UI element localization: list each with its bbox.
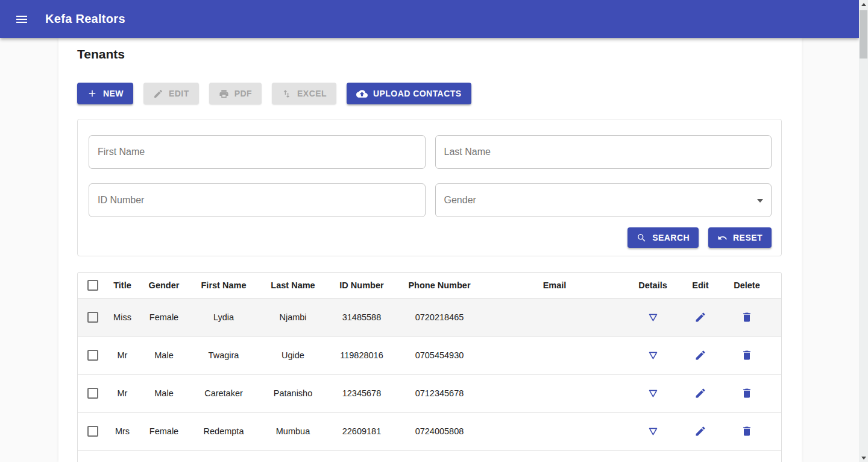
cell-phone: 0720218465 — [395, 312, 484, 322]
edit-row-button[interactable] — [690, 383, 711, 403]
cell-id-number: 22609181 — [329, 426, 395, 436]
plus-icon — [87, 88, 98, 99]
cell-first-name: Twagira — [190, 350, 257, 360]
undo-icon — [717, 233, 728, 243]
col-id-number: ID Number — [329, 280, 395, 290]
cell-first-name: Lydia — [190, 312, 257, 322]
upload-contacts-button-label: UPLOAD CONTACTS — [373, 89, 461, 98]
first-name-field-wrap — [89, 135, 426, 169]
col-first-name: First Name — [190, 280, 257, 290]
cell-first-name: Caretaker — [190, 388, 257, 398]
scroll-up-icon — [861, 3, 866, 6]
table-header-row: Title Gender First Name Last Name ID Num… — [78, 273, 781, 299]
col-edit: Edit — [681, 280, 720, 290]
reset-button[interactable]: RESET — [708, 227, 772, 248]
col-gender: Gender — [138, 280, 190, 290]
reset-button-label: RESET — [733, 233, 763, 242]
last-name-input[interactable] — [436, 136, 772, 168]
new-button[interactable]: NEW — [77, 83, 133, 104]
hamburger-icon — [14, 12, 29, 27]
edit-row-button[interactable] — [690, 307, 711, 328]
table-row: Miss Female Lydia Njambi 31485588 072021… — [78, 299, 781, 337]
tenants-table: Title Gender First Name Last Name ID Num… — [77, 272, 782, 462]
cloud-upload-icon — [356, 88, 368, 100]
cell-title: Mrs — [107, 426, 138, 436]
new-button-label: NEW — [103, 89, 124, 98]
cell-phone: 0712345678 — [395, 388, 484, 398]
search-button[interactable]: SEARCH — [627, 227, 699, 248]
cell-last-name: Patanisho — [257, 388, 329, 398]
edit-button-label: EDIT — [169, 89, 189, 98]
table-row: Mr Male Caretaker Patanisho 12345678 071… — [78, 375, 781, 413]
scroll-down-icon — [861, 457, 866, 460]
cell-phone: 0724005808 — [395, 426, 484, 436]
search-icon — [637, 233, 647, 243]
scroll-up-button[interactable] — [859, 0, 868, 8]
edit-button[interactable]: EDIT — [143, 83, 199, 104]
cell-last-name: Ugide — [257, 350, 329, 360]
app-title: Kefa Realtors — [45, 12, 125, 26]
id-number-field-wrap — [89, 183, 426, 217]
gender-select[interactable]: Gender — [435, 183, 772, 217]
cell-id-number: 119828016 — [329, 350, 395, 360]
select-all-checkbox[interactable] — [87, 280, 98, 291]
first-name-input[interactable] — [89, 136, 425, 168]
details-button[interactable] — [643, 421, 663, 441]
cell-gender: Male — [138, 350, 190, 360]
col-details: Details — [625, 280, 681, 290]
scroll-down-button[interactable] — [859, 454, 868, 462]
delete-row-button[interactable] — [737, 345, 757, 365]
edit-row-button[interactable] — [690, 345, 711, 365]
cell-id-number: 12345678 — [329, 388, 395, 398]
cell-gender: Male — [138, 388, 190, 398]
toolbar: NEW EDIT PDF EXCEL UPLOA — [77, 83, 783, 104]
cell-last-name: Mumbua — [257, 426, 329, 436]
row-checkbox[interactable] — [87, 388, 98, 399]
id-number-input[interactable] — [89, 184, 425, 217]
delete-row-button[interactable] — [737, 383, 757, 403]
row-checkbox[interactable] — [87, 312, 98, 323]
col-last-name: Last Name — [257, 280, 329, 290]
cell-id-number: 31485588 — [329, 312, 395, 322]
page-title: Tenants — [77, 46, 783, 62]
cell-gender: Female — [138, 312, 190, 322]
excel-button-label: EXCEL — [297, 89, 327, 98]
col-email: Email — [484, 280, 625, 290]
table-row-partial — [78, 451, 781, 462]
col-phone-number: Phone Number — [395, 280, 484, 290]
pdf-button[interactable]: PDF — [209, 83, 262, 104]
cell-phone: 0705454930 — [395, 350, 484, 360]
cell-title: Mr — [107, 350, 138, 360]
details-button[interactable] — [643, 345, 663, 365]
excel-button[interactable]: EXCEL — [272, 83, 336, 104]
vertical-scrollbar[interactable] — [859, 0, 868, 462]
delete-row-button[interactable] — [737, 307, 757, 328]
cell-first-name: Redempta — [190, 426, 257, 436]
main-panel: Tenants NEW EDIT PDF EXCEL — [58, 38, 802, 462]
details-button[interactable] — [643, 383, 663, 403]
edit-row-button[interactable] — [690, 421, 711, 441]
caret-down-icon — [757, 199, 763, 203]
pdf-button-label: PDF — [234, 89, 252, 98]
upload-contacts-button[interactable]: UPLOAD CONTACTS — [347, 83, 471, 104]
table-row: Mrs Female Redempta Mumbua 22609181 0724… — [78, 413, 781, 451]
row-checkbox[interactable] — [87, 350, 98, 361]
table-row: Mr Male Twagira Ugide 119828016 07054549… — [78, 337, 781, 375]
printer-icon — [219, 89, 229, 99]
col-delete: Delete — [720, 280, 773, 290]
search-panel: Gender SEARCH RESET — [77, 119, 782, 256]
row-checkbox[interactable] — [87, 426, 98, 437]
search-button-label: SEARCH — [652, 233, 690, 242]
scrollbar-thumb[interactable] — [860, 10, 867, 59]
cell-title: Miss — [107, 312, 138, 322]
col-title: Title — [107, 280, 138, 290]
gender-select-placeholder: Gender — [436, 195, 476, 206]
menu-button[interactable] — [7, 5, 36, 34]
pencil-icon — [153, 89, 163, 99]
cell-gender: Female — [138, 426, 190, 436]
cell-last-name: Njambi — [257, 312, 329, 322]
details-button[interactable] — [643, 307, 663, 328]
cell-title: Mr — [107, 388, 138, 398]
delete-row-button[interactable] — [737, 421, 757, 441]
import-export-icon — [281, 89, 292, 99]
